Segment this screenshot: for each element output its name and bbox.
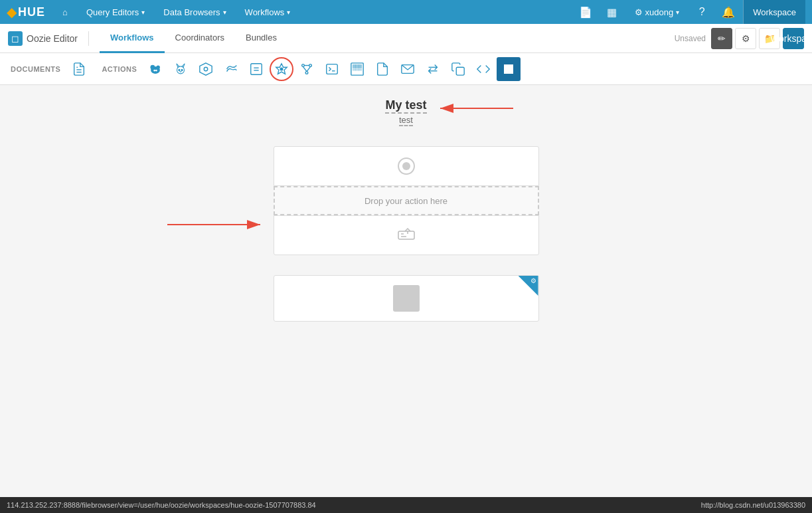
- query-editors-label: Query Editors: [86, 7, 139, 17]
- nav-grid-icon[interactable]: ▦: [600, 0, 624, 24]
- svg-line-15: [236, 69, 237, 70]
- toolbar: DOCUMENTS ACTIONS: [0, 53, 812, 85]
- svg-point-43: [402, 162, 410, 170]
- home-icon: ⌂: [62, 7, 68, 17]
- workflow-end-block: [274, 215, 539, 255]
- data-browsers-label: Data Browsers: [163, 7, 220, 17]
- svg-point-3: [151, 64, 155, 69]
- toolbar-copy-icon[interactable]: [446, 57, 470, 81]
- editor-header: ◻ Oozie Editor Workflows Coordinators Bu…: [0, 24, 812, 53]
- nav-item-query-editors[interactable]: Query Editors ▾: [78, 0, 153, 24]
- data-browsers-chevron: ▾: [223, 9, 226, 16]
- svg-rect-29: [353, 64, 356, 67]
- workspace-toggle-button[interactable]: Workspace: [783, 28, 804, 49]
- nav-item-home[interactable]: ⌂: [54, 0, 76, 24]
- annotation-arrow-title: [434, 102, 513, 115]
- svg-point-21: [309, 64, 312, 66]
- tab-workflows[interactable]: Workflows: [100, 24, 165, 53]
- svg-line-14: [236, 65, 237, 66]
- editor-title: Oozie Editor: [27, 33, 78, 44]
- svg-point-20: [302, 64, 305, 66]
- nav-item-workflows[interactable]: Workflows ▾: [237, 0, 299, 24]
- nav-help-icon[interactable]: ?: [690, 0, 714, 24]
- toolbar-doc-icon[interactable]: [67, 57, 91, 81]
- toolbar-doc2-icon[interactable]: [370, 57, 394, 81]
- settings-block-inner: [393, 285, 420, 312]
- logo-diamond-icon: ◆: [7, 4, 17, 20]
- toolbar-sqoop-icon[interactable]: [219, 57, 243, 81]
- svg-point-11: [181, 69, 183, 70]
- svg-rect-30: [357, 64, 359, 67]
- actions-section: ACTIONS: [102, 57, 526, 81]
- drop-label: Drop your action here: [365, 196, 447, 206]
- workflow-name[interactable]: My test: [385, 98, 426, 114]
- annotation-arrow-drop: [167, 218, 267, 231]
- toolbar-version-icon[interactable]: [295, 57, 319, 81]
- app-logo[interactable]: ◆ HUE: [7, 4, 45, 20]
- main-content: My test test Drop your a: [0, 85, 812, 512]
- workspace-button[interactable]: Workspace: [743, 0, 805, 24]
- workflow-settings-block: ⚙: [274, 275, 539, 322]
- workflow-description[interactable]: test: [399, 115, 413, 126]
- svg-marker-12: [200, 62, 212, 74]
- editor-tabs: Workflows Coordinators Bundles: [100, 24, 287, 53]
- svg-point-10: [179, 69, 180, 70]
- svg-rect-31: [359, 64, 362, 67]
- svg-rect-39: [504, 64, 513, 74]
- svg-point-6: [155, 69, 157, 71]
- svg-point-4: [157, 65, 161, 69]
- nav-item-data-browsers[interactable]: Data Browsers ▾: [155, 0, 234, 24]
- toolbar-transfer-icon[interactable]: [421, 57, 445, 81]
- status-right-text: http://blog.csdn.net/u013963380: [701, 501, 805, 509]
- username-label: xudong: [645, 7, 674, 17]
- tab-bundles[interactable]: Bundles: [235, 24, 287, 53]
- editor-brand: ◻ Oozie Editor: [8, 31, 89, 46]
- nav-notifications-icon[interactable]: 🔔: [716, 0, 740, 24]
- svg-line-24: [303, 66, 307, 71]
- svg-rect-32: [353, 68, 356, 70]
- svg-point-5: [154, 69, 156, 71]
- svg-marker-8: [177, 63, 179, 67]
- svg-rect-38: [457, 67, 465, 75]
- toolbar-file-icon[interactable]: [244, 57, 268, 81]
- toolbar-cat-icon[interactable]: [169, 57, 193, 81]
- documents-section: DOCUMENTS: [11, 57, 96, 81]
- oozie-icon: ◻: [8, 31, 23, 46]
- toolbar-pig-icon[interactable]: [143, 57, 167, 81]
- settings-corner-icon: ⚙: [530, 277, 536, 284]
- tab-coordinators[interactable]: Coordinators: [165, 24, 235, 53]
- workflow-drop-zone[interactable]: Drop your action here: [274, 186, 539, 215]
- svg-point-19: [281, 68, 284, 70]
- actions-label: ACTIONS: [102, 65, 137, 73]
- toolbar-mapreduce-icon[interactable]: [345, 57, 369, 81]
- nav-documents-icon[interactable]: 📄: [574, 0, 598, 24]
- toolbar-hive-icon[interactable]: [194, 57, 218, 81]
- svg-point-22: [306, 71, 309, 74]
- svg-marker-9: [182, 63, 185, 67]
- toolbar-end-icon[interactable]: [497, 57, 521, 81]
- toolbar-email-icon[interactable]: [396, 57, 420, 81]
- workspace-label: Workspace: [753, 7, 796, 17]
- status-bar: 114.213.252.237:8888/filebrowser/view=/u…: [0, 497, 812, 512]
- user-gear-icon: ⚙: [635, 7, 643, 17]
- unsaved-label: Unsaved: [675, 34, 706, 43]
- documents-label: DOCUMENTS: [11, 65, 60, 73]
- logo-text: HUE: [18, 5, 45, 19]
- toolbar-code-icon[interactable]: [471, 57, 495, 81]
- toolbar-shell-icon[interactable]: [320, 57, 344, 81]
- svg-point-13: [204, 67, 208, 71]
- status-url: 114.213.252.237:8888/filebrowser/view=/u…: [7, 501, 316, 509]
- svg-rect-34: [359, 68, 362, 70]
- toolbar-spark-icon[interactable]: [270, 57, 293, 81]
- workflows-label: Workflows: [245, 7, 285, 17]
- svg-rect-26: [327, 64, 338, 74]
- edit-button[interactable]: ✏: [711, 28, 732, 49]
- workflows-chevron: ▾: [287, 9, 290, 16]
- settings-button[interactable]: ⚙: [735, 28, 756, 49]
- svg-rect-16: [251, 63, 262, 74]
- query-editors-chevron: ▾: [141, 9, 145, 16]
- workflow-canvas: Drop your action here: [274, 146, 539, 255]
- svg-rect-33: [357, 68, 359, 70]
- svg-line-25: [307, 66, 311, 71]
- user-menu[interactable]: ⚙ xudong ▾: [627, 0, 688, 24]
